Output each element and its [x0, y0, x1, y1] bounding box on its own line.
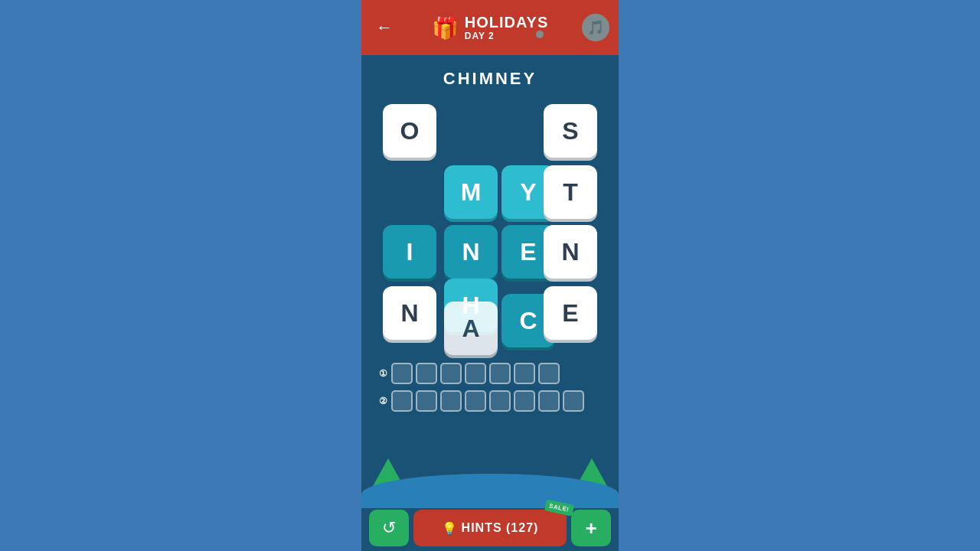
tile-O[interactable]: O — [383, 104, 436, 158]
gift-icon: 🎁 — [432, 15, 459, 41]
header-center: 🎁 HOLIDAYS DAY 2 — [432, 14, 549, 41]
slot-1-1 — [391, 363, 413, 384]
header: ← 🎁 HOLIDAYS DAY 2 🎵 — [361, 0, 619, 55]
word-row-1: ① — [377, 363, 603, 384]
game-container: ← 🎁 HOLIDAYS DAY 2 🎵 CHIMNEY O S M Y T I… — [361, 0, 619, 551]
word-number-2: ② — [377, 396, 387, 406]
tile-S[interactable]: S — [544, 104, 597, 158]
lightbulb-icon: 💡 — [442, 521, 457, 536]
game-board: O S M Y T I N E N N H A C E — [375, 96, 605, 357]
slot-2-8 — [563, 390, 584, 412]
profile-icon: 🎵 — [587, 19, 604, 36]
hints-label: HINTS (127) — [462, 521, 539, 535]
add-button[interactable]: + — [571, 510, 611, 546]
tile-A[interactable]: A — [444, 302, 498, 355]
slot-2-5 — [489, 390, 511, 412]
holidays-title: HOLIDAYS — [465, 14, 549, 31]
slot-1-4 — [465, 363, 486, 384]
slot-2-3 — [440, 390, 462, 412]
slot-2-4 — [465, 390, 486, 412]
tile-M[interactable]: M — [444, 165, 498, 219]
word-display: CHIMNEY — [443, 69, 537, 89]
word-slots-2 — [391, 390, 584, 412]
slot-1-7 — [538, 363, 560, 384]
slot-1-5 — [489, 363, 511, 384]
word-slots-container: ① ② — [361, 363, 619, 418]
slot-2-2 — [416, 390, 437, 412]
word-row-2: ② — [377, 390, 603, 412]
hints-button[interactable]: 💡 HINTS (127) SALE! — [413, 510, 567, 546]
slot-2-1 — [391, 390, 413, 412]
tile-N1[interactable]: N — [444, 225, 498, 279]
header-text: HOLIDAYS DAY 2 — [465, 14, 549, 41]
hills — [361, 474, 619, 508]
tile-T[interactable]: T — [544, 165, 597, 219]
word-slots-1 — [391, 363, 560, 384]
refresh-icon: ↺ — [382, 518, 396, 538]
slot-2-7 — [538, 390, 560, 412]
slot-1-6 — [514, 363, 535, 384]
tile-E2[interactable]: E — [544, 286, 597, 340]
profile-button[interactable]: 🎵 — [582, 14, 609, 41]
bottom-buttons: ↺ 💡 HINTS (127) SALE! + — [361, 510, 619, 546]
slot-1-3 — [440, 363, 462, 384]
back-arrow-icon: ← — [376, 18, 393, 37]
back-button[interactable]: ← — [371, 14, 398, 41]
dot-indicator — [536, 31, 544, 38]
tile-N3[interactable]: N — [383, 286, 436, 340]
word-number-1: ① — [377, 368, 387, 379]
tile-I[interactable]: I — [383, 225, 436, 279]
refresh-button[interactable]: ↺ — [369, 510, 409, 546]
plus-icon: + — [585, 517, 596, 540]
tile-N2[interactable]: N — [544, 225, 597, 279]
slot-1-2 — [416, 363, 437, 384]
day-subtitle: DAY 2 — [465, 31, 495, 41]
slot-2-6 — [514, 390, 535, 412]
